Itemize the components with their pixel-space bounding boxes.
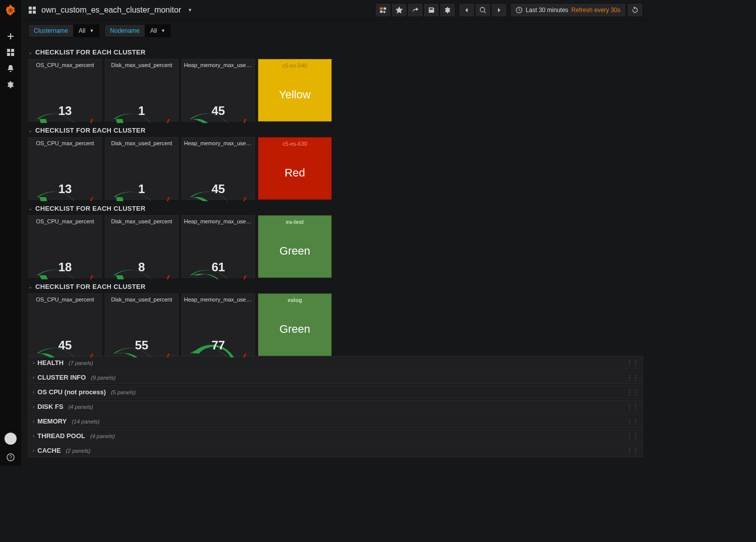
chevron-right-icon: › xyxy=(33,360,34,366)
gauge: 45 xyxy=(182,68,255,121)
drag-handle-icon[interactable]: ⋮⋮ xyxy=(626,418,639,425)
time-range-label: Last 30 minutes xyxy=(526,7,569,14)
status-panel[interactable]: es-test Green xyxy=(258,215,332,278)
gauge-panel-disk[interactable]: Disk_max_used_percent 8 xyxy=(105,215,178,278)
row-title: DISK FS xyxy=(37,403,63,410)
status-panel[interactable]: c5-es-630 Red xyxy=(258,137,332,200)
collapsed-row[interactable]: › CACHE (2 panels) ⋮⋮ xyxy=(28,444,643,457)
drag-handle-icon[interactable]: ⋮⋮ xyxy=(626,433,639,440)
save-button[interactable] xyxy=(423,3,439,17)
panel-title: Disk_max_used_percent xyxy=(105,294,178,303)
gauge: 45 xyxy=(182,146,255,199)
dashboard-title-button[interactable]: own_custom_es_each_cluster_monitor ▼ xyxy=(28,6,192,15)
row-title: CHECKLIST FOR EACH CLUSTER xyxy=(35,127,146,134)
star-button[interactable] xyxy=(391,3,407,17)
time-picker-button[interactable]: Last 30 minutes Refresh every 30s xyxy=(510,3,626,17)
svg-line-16 xyxy=(484,11,486,13)
gauge-panel-heap[interactable]: Heap_memory_max_used_pe... 45 xyxy=(181,59,255,122)
chevron-down-icon: ⌄ xyxy=(28,284,32,289)
row-header[interactable]: ⌄ CHECKLIST FOR EACH CLUSTER xyxy=(28,200,643,215)
status-label: Red xyxy=(285,147,305,199)
drag-handle-icon[interactable]: ⋮⋮ xyxy=(626,359,639,367)
bell-icon[interactable] xyxy=(0,61,21,76)
gear-icon[interactable] xyxy=(0,77,21,92)
gauge-panel-disk[interactable]: Disk_max_used_percent 55 xyxy=(105,293,178,356)
status-label: Yellow xyxy=(279,69,311,121)
gauge-panel-cpu[interactable]: OS_CPU_max_percent 45 xyxy=(28,293,102,356)
gauge: 55 xyxy=(105,303,178,355)
collapsed-row[interactable]: › THREAD POOL (4 panels) ⋮⋮ xyxy=(28,429,643,443)
chevron-down-icon: ⌄ xyxy=(28,206,32,211)
share-button[interactable] xyxy=(407,3,423,17)
drag-handle-icon[interactable]: ⋮⋮ xyxy=(626,403,639,410)
collapsed-row[interactable]: › HEALTH (7 panels) ⋮⋮ xyxy=(28,356,643,370)
plus-icon[interactable] xyxy=(0,29,21,44)
gauge-value: 13 xyxy=(29,104,101,118)
gauge-panel-cpu[interactable]: OS_CPU_max_percent 13 xyxy=(28,137,102,200)
settings-button[interactable] xyxy=(439,3,456,17)
row-title: CHECKLIST FOR EACH CLUSTER xyxy=(35,283,146,290)
variable-clustername[interactable]: Clustername All▼ xyxy=(28,24,99,37)
time-back-button[interactable] xyxy=(459,3,475,17)
panel-title: Heap_memory_max_used_pe... xyxy=(182,138,255,146)
gauge-panel-heap[interactable]: Heap_memory_max_used_pe... 77 xyxy=(181,293,255,356)
svg-rect-3 xyxy=(11,49,14,52)
collapsed-row[interactable]: › CLUSTER INFO (9 panels) ⋮⋮ xyxy=(28,371,643,384)
status-panel[interactable]: c5-es-540 Yellow xyxy=(258,59,332,122)
status-label: Green xyxy=(279,303,310,355)
chevron-down-icon: ▼ xyxy=(161,28,165,33)
gauge-panel-disk[interactable]: Disk_max_used_percent 1 xyxy=(105,137,178,200)
zoom-out-button[interactable] xyxy=(475,3,491,17)
drag-handle-icon[interactable]: ⋮⋮ xyxy=(626,389,639,396)
dashboards-icon[interactable] xyxy=(0,45,21,60)
panels-icon xyxy=(28,6,36,14)
status-cluster-name: c5-es-540 xyxy=(281,59,309,69)
panel-title: Disk_max_used_percent xyxy=(105,59,178,68)
refresh-button[interactable] xyxy=(627,3,643,17)
row-title: CHECKLIST FOR EACH CLUSTER xyxy=(35,205,146,212)
svg-rect-8 xyxy=(29,7,32,10)
grafana-logo-icon[interactable] xyxy=(5,4,16,18)
avatar[interactable] xyxy=(5,433,17,445)
gauge-panel-heap[interactable]: Heap_memory_max_used_pe... 45 xyxy=(181,137,255,200)
row-header[interactable]: ⌄ CHECKLIST FOR EACH CLUSTER xyxy=(28,278,643,293)
variables-bar: Clustername All▼ Nodename All▼ xyxy=(21,20,650,41)
svg-rect-13 xyxy=(384,7,386,9)
svg-rect-5 xyxy=(11,53,14,56)
row-panel-count: (7 panels) xyxy=(69,360,93,366)
gauge-panel-heap[interactable]: Heap_memory_max_used_pe... 61 xyxy=(181,215,255,278)
row-header[interactable]: ⌄ CHECKLIST FOR EACH CLUSTER xyxy=(28,43,643,59)
status-cluster-name: es-test xyxy=(284,216,305,225)
gauge-panel-disk[interactable]: Disk_max_used_percent 1 xyxy=(105,59,178,122)
help-icon[interactable]: ? xyxy=(0,450,21,465)
panel-row: OS_CPU_max_percent 45Disk_max_used_perce… xyxy=(28,293,643,356)
variable-value: All xyxy=(79,27,85,34)
collapsed-row[interactable]: › DISK FS (4 panels) ⋮⋮ xyxy=(28,400,643,413)
gauge-panel-cpu[interactable]: OS_CPU_max_percent 18 xyxy=(28,215,102,278)
status-panel[interactable]: eslog Green xyxy=(258,293,332,356)
gauge: 1 xyxy=(105,146,178,199)
row-panel-count: (2 panels) xyxy=(66,448,91,454)
gauge: 8 xyxy=(105,224,178,277)
svg-rect-14 xyxy=(380,10,383,12)
variable-nodename[interactable]: Nodename All▼ xyxy=(104,24,171,37)
collapsed-row[interactable]: › OS CPU (not process) (5 panels) ⋮⋮ xyxy=(28,385,643,399)
chevron-right-icon: › xyxy=(33,375,34,380)
panel-title: OS_CPU_max_percent xyxy=(29,59,101,68)
time-forward-button[interactable] xyxy=(491,3,507,17)
row-header[interactable]: ⌄ CHECKLIST FOR EACH CLUSTER xyxy=(28,122,643,137)
gauge-value: 13 xyxy=(29,182,101,196)
svg-text:?: ? xyxy=(9,455,12,460)
collapsed-row[interactable]: › MEMORY (14 panels) ⋮⋮ xyxy=(28,414,643,428)
row-panel-count: (4 panels) xyxy=(90,433,115,439)
row-panel-count: (14 panels) xyxy=(72,418,99,425)
row-panel-count: (9 panels) xyxy=(91,375,115,381)
drag-handle-icon[interactable]: ⋮⋮ xyxy=(626,374,639,381)
drag-handle-icon[interactable]: ⋮⋮ xyxy=(626,447,639,454)
gauge-panel-cpu[interactable]: OS_CPU_max_percent 13 xyxy=(28,59,102,122)
add-panel-button[interactable] xyxy=(375,3,391,17)
row-panel-count: (4 panels) xyxy=(69,404,93,410)
variable-label: Clustername xyxy=(28,24,74,37)
chevron-down-icon: ▼ xyxy=(89,28,94,33)
panel-title: OS_CPU_max_percent xyxy=(29,294,101,303)
